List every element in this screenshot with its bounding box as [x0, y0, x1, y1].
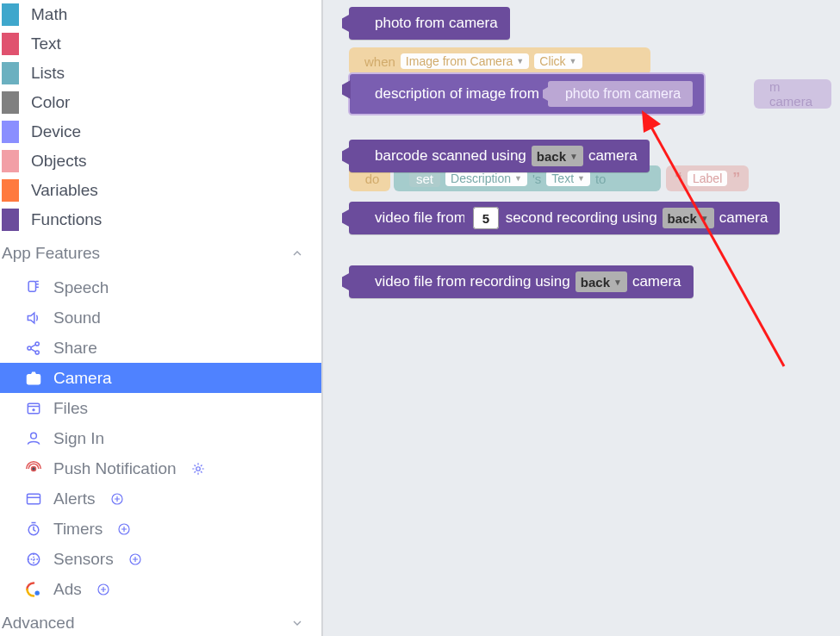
sidebar-item-label: Timers [53, 520, 103, 539]
ads-icon [24, 581, 43, 598]
plus-icon[interactable] [96, 582, 111, 597]
sidebar-item-label: Speech [53, 278, 109, 297]
camera-icon [24, 370, 43, 387]
signin-icon [24, 430, 43, 447]
video-timed-camera-dropdown[interactable]: back▼ [663, 208, 714, 228]
plus-icon[interactable] [116, 521, 132, 537]
category-swatch [2, 33, 19, 55]
category-label: Text [31, 34, 61, 53]
sidebar-item-label: Files [53, 399, 88, 418]
sidebar-item-push[interactable]: Push Notification [0, 453, 321, 483]
section-label: App Features [2, 244, 100, 263]
section-app-features[interactable]: App Features [0, 234, 321, 272]
sensors-icon [24, 551, 43, 568]
section-advanced[interactable]: Advanced [0, 604, 321, 636]
sidebar-item-label: Share [53, 339, 97, 358]
files-icon [24, 400, 43, 417]
category-objects[interactable]: Objects [0, 147, 321, 176]
chevron-up-icon [290, 246, 304, 260]
block-suffix: camera [588, 147, 638, 165]
sidebar-item-label: Push Notification [53, 459, 177, 478]
gear-icon[interactable] [190, 461, 206, 477]
feature-list: SpeechSoundShareCameraFilesSign InPush N… [0, 272, 321, 604]
sidebar-item-alerts[interactable]: Alerts [0, 483, 321, 514]
category-math[interactable]: Math [0, 0, 321, 29]
sidebar-item-files[interactable]: Files [0, 393, 321, 423]
category-label: Lists [31, 64, 65, 83]
ghost-set-word: set [409, 171, 440, 187]
speech-icon [24, 279, 43, 296]
category-lists[interactable]: Lists [0, 59, 321, 88]
category-label: Device [31, 122, 81, 141]
chevron-down-icon [290, 616, 304, 630]
sidebar-item-signin[interactable]: Sign In [0, 423, 321, 453]
sidebar-item-ads[interactable]: Ads [0, 574, 321, 604]
category-color[interactable]: Color [0, 88, 321, 117]
video-seconds-input[interactable]: 5 [473, 207, 499, 229]
ghost-when-event: Click▼ [534, 53, 582, 69]
block-photo-input[interactable]: photo from camera [548, 81, 693, 107]
sidebar-item-label: Sound [53, 309, 101, 327]
category-label: Variables [31, 181, 98, 200]
block-label: video file from recording using [375, 273, 570, 290]
sidebar-item-timers[interactable]: Timers [0, 514, 321, 544]
sidebar-item-speech[interactable]: Speech [0, 272, 321, 302]
sidebar-item-share[interactable]: Share [0, 333, 321, 363]
category-label: Objects [31, 152, 86, 171]
ghost-set-to: to [595, 171, 607, 186]
sidebar-item-camera[interactable]: Camera [0, 363, 321, 393]
block-label: description of image from [375, 85, 539, 103]
block-label: barcode scanned using [375, 147, 526, 165]
category-device[interactable]: Device [0, 117, 321, 147]
alerts-icon [24, 490, 43, 508]
category-swatch [2, 150, 19, 172]
sidebar-item-label: Sensors [53, 550, 114, 569]
ghost-label-text: Label [688, 171, 727, 186]
block-photo-from-camera[interactable]: photo from camera [349, 7, 510, 40]
ghost-set-component: Description▼ [445, 171, 527, 186]
category-swatch [2, 62, 19, 84]
plus-icon[interactable] [109, 491, 125, 507]
ghost-trail-block: m camera [754, 79, 831, 109]
barcode-camera-dropdown[interactable]: back▼ [532, 146, 583, 166]
category-swatch [2, 91, 19, 114]
push-icon [24, 460, 43, 477]
video-camera-dropdown[interactable]: back▼ [576, 271, 627, 292]
ghost-when-block: when Image from Camera▼ Click▼ [349, 47, 650, 75]
block-canvas[interactable]: when Image from Camera▼ Click▼ m camera … [323, 0, 840, 636]
sidebar-item-sound[interactable]: Sound [0, 302, 321, 333]
plus-icon[interactable] [128, 552, 143, 567]
category-swatch [2, 121, 19, 143]
category-label: Functions [31, 210, 102, 229]
block-label: video file from [375, 209, 466, 227]
block-barcode-scanned[interactable]: barcode scanned using back▼ camera [349, 140, 650, 172]
sidebar-item-sensors[interactable]: Sensors [0, 544, 321, 574]
sidebar-item-label: Camera [53, 369, 112, 388]
sidebar-item-label: Sign In [53, 429, 104, 448]
ghost-label-value: “ Label ” [666, 165, 749, 191]
category-label: Math [31, 5, 67, 24]
category-variables[interactable]: Variables [0, 176, 321, 205]
block-video-timed[interactable]: video file from 5 second recording using… [349, 202, 780, 234]
category-swatch [2, 179, 19, 202]
category-list: MathTextListsColorDeviceObjectsVariables… [0, 0, 321, 234]
category-text[interactable]: Text [0, 29, 321, 59]
block-video-recording[interactable]: video file from recording using back▼ ca… [349, 265, 694, 298]
sound-icon [24, 309, 43, 327]
sidebar-item-label: Ads [53, 580, 82, 599]
timers-icon [24, 521, 43, 538]
sidebar: MathTextListsColorDeviceObjectsVariables… [0, 0, 323, 636]
ghost-when-component: Image from Camera▼ [401, 53, 529, 69]
category-functions[interactable]: Functions [0, 205, 321, 234]
block-input-label: photo from camera [565, 86, 681, 102]
category-label: Color [31, 93, 70, 112]
block-description-of-image[interactable]: description of image from photo from cam… [349, 73, 705, 115]
section-label: Advanced [2, 614, 75, 633]
sidebar-item-label: Alerts [53, 489, 96, 508]
block-label: photo from camera [375, 15, 498, 32]
ghost-when-word: when [364, 54, 395, 69]
share-icon [24, 340, 43, 357]
svg-line-0 [649, 122, 784, 366]
block-suffix: camera [632, 273, 681, 290]
ghost-trail-text: m camera [769, 79, 821, 109]
